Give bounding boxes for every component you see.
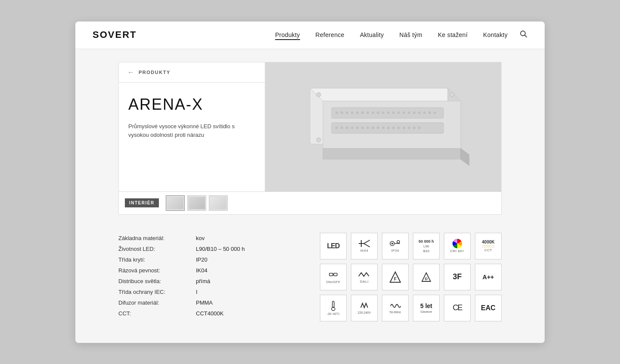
cct-symbol: 4000K [482,240,494,244]
svg-point-22 [408,111,410,114]
dist-d-icon: D [420,271,432,283]
svg-point-35 [372,126,374,129]
lifetime-l90: L90 [423,244,429,248]
icons-grid: LED IK04 [312,233,502,321]
icon-cct: 4000K CCT [475,233,502,259]
thumbnail-2[interactable] [187,195,206,211]
svg-point-33 [361,126,364,129]
svg-point-24 [418,111,421,114]
product-description: Průmyslové vysoce výkonné LED svítidlo s… [128,122,255,140]
svg-point-47 [316,138,321,142]
nav-link-nas-tym[interactable]: Náš tým [400,31,422,38]
product-card: ← PRODUKTY ARENA-X Průmyslové vysoce výk… [118,62,502,192]
search-icon[interactable] [520,30,527,40]
nav-item-kontakty[interactable]: Kontakty [483,31,508,39]
nav-link-aktuality[interactable]: Aktuality [360,31,384,38]
spec-row-lifetime: Životnost LED: L90/B10 – 50 000 h [118,244,295,254]
svg-point-21 [403,111,405,114]
ik04-icon [358,239,371,248]
specs-list: Základna materiál: kov Životnost LED: L9… [118,233,295,321]
thumbnail-1[interactable] [166,195,185,211]
spec-value-ip: IP20 [196,256,208,263]
svg-point-31 [351,126,353,129]
ip20-label: IP20 [391,249,399,253]
svg-point-19 [392,111,395,114]
svg-point-27 [434,111,436,114]
nav-link-reference[interactable]: Reference [316,31,344,38]
svg-line-1 [525,35,527,37]
breadcrumb-label: PRODUKTY [139,70,170,75]
svg-point-26 [428,111,431,114]
voltage-label: 220-240V [358,311,371,314]
svg-point-36 [377,126,379,129]
spec-value-cct: CCT4000K [196,310,223,317]
warranty-symbol: 5 let [420,302,432,309]
spec-value-ik: IK04 [196,267,208,274]
icon-dali: DALI [351,264,378,290]
icon-temp: -20~40°C [320,295,347,321]
svg-point-13 [361,111,364,114]
spec-value-diffuser: PMMA [196,299,213,306]
nav-link-kontakty[interactable]: Kontakty [483,31,508,38]
svg-marker-49 [461,148,469,166]
icon-3f: 3F [444,264,471,290]
svg-point-30 [346,126,348,129]
nav-link-produkty[interactable]: Produkty [275,31,300,40]
icon-eac: EAC [475,295,502,321]
svg-point-14 [366,111,369,114]
svg-point-44 [418,126,421,129]
icon-ik04: IK04 [351,233,378,259]
warranty-label: Garance [421,310,432,313]
svg-point-8 [335,111,338,114]
spec-label-dist: Distribuce světla: [118,278,196,284]
icon-cri: CRI 80+ [444,233,471,259]
svg-rect-58 [329,273,333,276]
svg-point-40 [397,126,400,129]
freq-label: 50-60Hz [390,311,401,314]
svg-point-9 [341,111,343,114]
nav-links: Produkty Reference Aktuality Náš tým Ke … [275,31,508,39]
svg-point-20 [397,111,400,114]
freq-icon [390,302,401,310]
nav-item-nas-tym[interactable]: Náš tým [400,31,422,39]
spec-row-material: Základna materiál: kov [118,233,295,244]
energy-symbol: A++ [483,274,494,281]
nav-item-produkty[interactable]: Produkty [275,31,300,39]
cri-label: CRI 80+ [450,249,464,253]
ip20-icon [389,239,402,248]
svg-point-55 [391,243,393,244]
ce-symbol: CE [453,303,462,312]
eac-symbol: EAC [481,304,496,312]
icon-class-f: F [382,264,409,290]
nav-item-ke-stazeni[interactable]: Ke stažení [438,31,468,39]
svg-point-34 [366,126,369,129]
cct-label: CCT [484,248,492,252]
spec-label-ik: Rázová pevnost: [118,267,196,274]
svg-point-57 [397,241,400,243]
svg-point-42 [408,126,410,129]
logo[interactable]: SOVERT [93,29,136,40]
svg-point-28 [335,126,338,129]
cri-circle [453,239,462,248]
interior-badge: INTERIÉR [125,198,159,207]
svg-point-25 [423,111,426,114]
svg-point-10 [346,111,348,114]
spec-row-diffuser: Difuzor materiál: PMMA [118,297,295,308]
svg-marker-3 [310,88,461,101]
spec-row-cct: CCT: CCT4000K [118,308,295,319]
product-left-panel: ← PRODUKTY ARENA-X Průmyslové vysoce výk… [119,62,265,191]
navigation: SOVERT Produkty Reference Aktuality Náš … [75,22,545,49]
svg-point-12 [356,111,359,114]
nav-link-ke-stazeni[interactable]: Ke stažení [438,31,468,38]
thumbnail-3[interactable] [209,195,228,211]
svg-point-11 [351,111,353,114]
nav-item-aktuality[interactable]: Aktuality [360,31,384,39]
svg-line-52 [364,240,370,244]
spec-row-ip: Třída krytí: IP20 [118,254,295,265]
led-symbol: LED [327,243,340,250]
svg-rect-65 [332,301,334,308]
spec-label-diffuser: Difuzor materiál: [118,299,196,306]
onoff-label: ON/OFF [326,280,340,284]
nav-item-reference[interactable]: Reference [316,31,344,39]
back-arrow-icon[interactable]: ← [127,68,134,76]
